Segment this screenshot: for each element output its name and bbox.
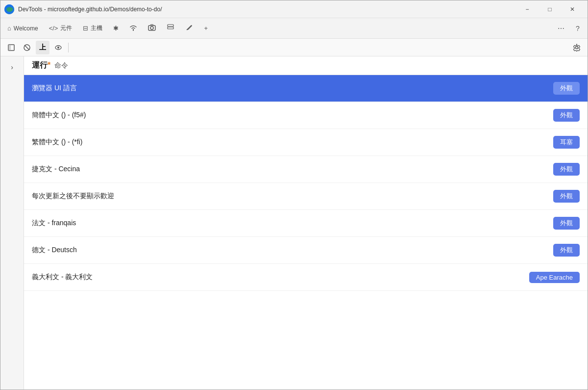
main-content: › 運行* 命令 瀏覽器 UI 語言外觀簡體中文 () - (f5#)外觀繁體中… xyxy=(0,56,588,390)
command-item-badge[interactable]: 外觀 xyxy=(553,217,580,230)
command-title-text: 運行 xyxy=(32,61,48,69)
elements-icon: </> xyxy=(49,25,58,32)
command-title-star: * xyxy=(48,61,50,69)
window-controls: − □ ✕ xyxy=(516,0,584,18)
maximize-button[interactable]: □ xyxy=(539,0,561,18)
command-title: 運行* xyxy=(32,60,50,71)
command-item-label: 捷克文 - Cecina xyxy=(32,165,553,174)
svg-rect-6 xyxy=(8,45,11,51)
command-area: 運行* 命令 瀏覽器 UI 語言外觀簡體中文 () - (f5#)外觀繁體中文 … xyxy=(24,56,588,390)
pen-icon xyxy=(185,24,193,32)
edge-icon xyxy=(4,4,14,14)
tab-elements[interactable]: </> 元件 xyxy=(44,21,77,36)
tab-add[interactable]: + xyxy=(199,21,213,36)
camera-icon xyxy=(148,24,156,32)
tab-elements-label: 元件 xyxy=(60,24,72,32)
toolbar-separator xyxy=(68,43,69,52)
home-icon: ⌂ xyxy=(7,25,11,32)
command-item-badge[interactable]: 外觀 xyxy=(553,190,580,203)
wifi-icon xyxy=(129,24,137,32)
command-item[interactable]: 瀏覽器 UI 語言外觀 xyxy=(24,75,588,102)
command-item[interactable]: 法文 - franqais外觀 xyxy=(24,210,588,237)
title-bar: DevTools - microsoftedge.github.io/Demos… xyxy=(0,0,588,18)
command-header: 運行* 命令 xyxy=(24,56,588,75)
dock-button[interactable] xyxy=(4,41,18,54)
command-item[interactable]: 義大利文 - 義大利文Ape Earache xyxy=(24,264,588,291)
command-item[interactable]: 繁體中文 () - (*fi)耳塞 xyxy=(24,129,588,156)
command-item-badge[interactable]: 外觀 xyxy=(553,82,580,95)
eye-button[interactable] xyxy=(51,41,65,54)
tab-bug[interactable]: ✱ xyxy=(108,21,123,36)
minimize-button[interactable]: − xyxy=(516,0,539,18)
close-button[interactable]: ✕ xyxy=(561,0,584,18)
tab-welcome[interactable]: ⌂ Welcome xyxy=(2,21,43,36)
host-icon: ⊟ xyxy=(83,25,88,32)
tab-pen[interactable] xyxy=(180,21,198,36)
command-item-label: 簡體中文 () - (f5#) xyxy=(32,111,553,120)
svg-rect-4 xyxy=(168,27,173,29)
bug-icon: ✱ xyxy=(113,25,119,32)
svg-point-11 xyxy=(576,46,578,49)
command-item-badge[interactable]: 耳塞 xyxy=(553,136,580,149)
sidebar: › xyxy=(0,56,24,390)
active-button-label: 上 xyxy=(39,43,46,52)
command-item-label: 義大利文 - 義大利文 xyxy=(32,273,529,282)
tab-layers[interactable] xyxy=(162,21,179,36)
tab-extra-controls: ⋯ ? xyxy=(553,21,586,36)
svg-point-2 xyxy=(150,26,153,29)
command-item-badge[interactable]: 外觀 xyxy=(553,244,580,257)
no-icon-button[interactable] xyxy=(20,41,34,54)
command-item[interactable]: 簡體中文 () - (f5#)外觀 xyxy=(24,102,588,129)
window-title: DevTools - microsoftedge.github.io/Demos… xyxy=(18,6,516,13)
settings-button[interactable] xyxy=(570,41,584,54)
svg-point-10 xyxy=(57,47,59,49)
tab-welcome-label: Welcome xyxy=(14,25,38,32)
chevron-right-icon: › xyxy=(11,63,13,71)
command-subtitle: 命令 xyxy=(54,61,68,70)
add-icon: + xyxy=(204,25,208,32)
tab-wifi[interactable] xyxy=(124,21,142,36)
layers-icon xyxy=(167,24,174,32)
sidebar-expand-button[interactable]: › xyxy=(4,60,20,74)
active-toolbar-button[interactable]: 上 xyxy=(36,41,49,54)
tab-camera[interactable] xyxy=(143,21,161,36)
svg-line-8 xyxy=(24,45,29,50)
command-item-label: 德文 - Deutsch xyxy=(32,246,553,255)
command-list[interactable]: 瀏覽器 UI 語言外觀簡體中文 () - (f5#)外觀繁體中文 () - (*… xyxy=(24,75,588,390)
command-item[interactable]: 德文 - Deutsch外觀 xyxy=(24,237,588,264)
command-item[interactable]: 每次更新之後不要顯示歡迎外觀 xyxy=(24,183,588,210)
command-item-badge[interactable]: 外觀 xyxy=(553,109,580,122)
command-item-badge[interactable]: 外觀 xyxy=(553,163,580,176)
toolbar-right-area xyxy=(570,41,584,54)
tab-host-label: 主機 xyxy=(91,24,102,32)
command-item-label: 瀏覽器 UI 語言 xyxy=(32,84,553,93)
command-item-label: 法文 - franqais xyxy=(32,219,553,228)
devtools-toolbar: 上 xyxy=(0,39,588,56)
command-item-label: 繁體中文 () - (*fi) xyxy=(32,138,553,147)
tab-bar: ⌂ Welcome </> 元件 ⊟ 主機 ✱ xyxy=(0,18,588,39)
more-button[interactable]: ⋯ xyxy=(553,21,569,36)
command-item-label: 每次更新之後不要顯示歡迎 xyxy=(32,192,553,201)
command-item-badge[interactable]: Ape Earache xyxy=(529,272,580,283)
help-button[interactable]: ? xyxy=(570,21,586,36)
svg-rect-3 xyxy=(168,25,173,26)
tab-host[interactable]: ⊟ 主機 xyxy=(78,21,107,36)
command-item[interactable]: 捷克文 - Cecina外觀 xyxy=(24,156,588,183)
